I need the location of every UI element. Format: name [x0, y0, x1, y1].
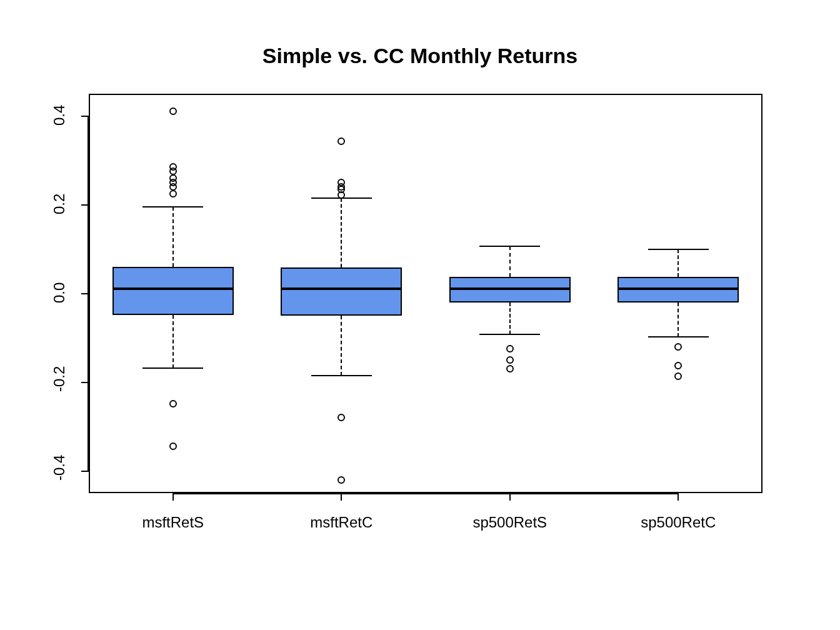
boxplot-whisker: [172, 207, 174, 267]
boxplot-outlier: [674, 372, 682, 380]
boxplot-whisker: [341, 198, 342, 268]
y-tick-label: -0.2: [51, 373, 68, 392]
boxplot-median: [449, 288, 571, 290]
boxplot-whisker: [509, 302, 511, 334]
boxplot-whisker: [509, 246, 511, 276]
boxplot-outlier: [338, 414, 345, 421]
boxplot-whisker: [678, 302, 679, 337]
boxplot-outlier: [169, 190, 177, 198]
boxplot-outlier: [674, 362, 682, 369]
chart-title: Simple vs. CC Monthly Returns: [0, 44, 840, 68]
y-tick-label: 0.0: [51, 284, 68, 303]
boxplot-whisker-cap: [479, 334, 540, 335]
boxplot-outlier: [506, 345, 514, 352]
x-tick-label: sp500RetC: [641, 514, 716, 531]
boxplot-chart: Simple vs. CC Monthly Returns -0.4-0.20.…: [0, 0, 840, 630]
boxplot-outlier: [169, 400, 177, 408]
boxplot-whisker: [678, 249, 679, 278]
boxplot-outlier: [506, 356, 514, 364]
boxplot-median: [618, 288, 739, 290]
x-tick-label: sp500RetS: [472, 514, 547, 531]
boxplot-whisker-cap: [648, 336, 709, 338]
y-tick-label: -0.4: [51, 462, 68, 481]
boxplot-box: [112, 267, 234, 315]
boxplot-whisker-cap: [479, 246, 540, 247]
boxplot-whisker-cap: [142, 368, 203, 369]
boxplot-outlier: [506, 365, 514, 372]
x-axis-line: [173, 493, 679, 494]
boxplot-whisker-cap: [142, 206, 203, 208]
boxplot-whisker-cap: [311, 375, 372, 376]
boxplot-outlier: [338, 476, 345, 484]
x-tick-label: msftRetC: [310, 514, 372, 531]
boxplot-whisker: [341, 316, 342, 376]
y-tick-label: 0.4: [51, 107, 68, 126]
boxplot-whisker-cap: [648, 249, 709, 250]
boxplot-outlier: [674, 343, 682, 351]
boxplot-box: [281, 268, 402, 316]
boxplot-outlier: [338, 191, 345, 199]
x-tick-label: msftRetS: [142, 514, 204, 531]
y-tick-label: 0.2: [51, 196, 68, 214]
boxplot-whisker: [172, 315, 174, 368]
boxplot-median: [281, 288, 402, 290]
boxplot-outlier: [338, 138, 345, 145]
boxplot-outlier: [169, 108, 177, 115]
boxplot-median: [112, 288, 234, 290]
boxplot-outlier: [169, 442, 177, 450]
